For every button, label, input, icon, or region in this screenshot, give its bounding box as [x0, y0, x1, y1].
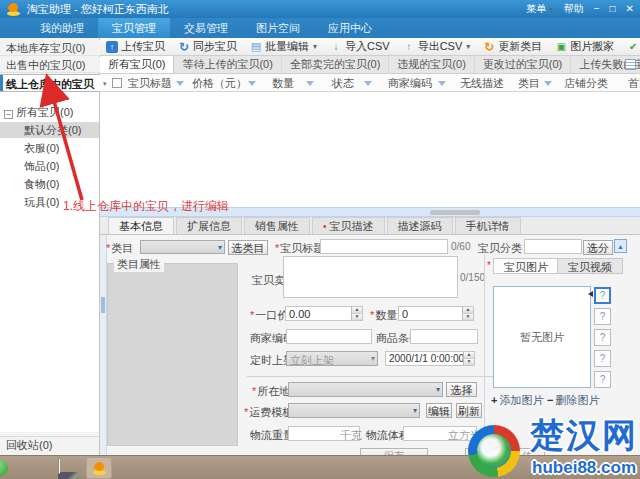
- filter-funnel-icon[interactable]: [306, 81, 314, 86]
- column-category[interactable]: 类目: [518, 74, 540, 92]
- image-thumb-slot[interactable]: ?: [594, 308, 611, 325]
- column-status[interactable]: 状态: [332, 74, 354, 92]
- tab-item-video[interactable]: 宝贝视频: [557, 258, 623, 274]
- column-quantity[interactable]: 数量: [272, 74, 294, 92]
- pick-shop-category-button[interactable]: 选分类: [583, 240, 613, 255]
- image-preview[interactable]: 暂无图片: [493, 286, 591, 388]
- filter-tab-violation[interactable]: 违规的宝贝(0): [389, 56, 474, 73]
- select-caret-icon[interactable]: ▾: [103, 80, 107, 88]
- menu-button[interactable]: 菜单 ▾: [526, 1, 554, 18]
- chevron-down-icon: ▾: [218, 243, 222, 252]
- tab-item-images[interactable]: 宝贝图片: [493, 258, 559, 274]
- nav-tab-item-management[interactable]: 宝贝管理: [98, 18, 170, 38]
- quantity-stepper[interactable]: 0 ▲▼: [398, 306, 474, 321]
- maximize-button[interactable]: □: [610, 1, 616, 17]
- column-wireless-desc[interactable]: 无线描述: [460, 74, 504, 92]
- minimize-button[interactable]: −: [594, 1, 600, 17]
- category-tree: −所有宝贝(0) 默认分类(0) 衣服(0) 饰品(0) 食物(0) 玩具(0): [0, 92, 99, 432]
- splitter-handle-icon[interactable]: [430, 210, 480, 215]
- tree-item-default-category[interactable]: 默认分类(0): [0, 122, 99, 138]
- upload-item-button[interactable]: ↑上传宝贝: [106, 39, 165, 54]
- column-shop-category[interactable]: 店铺分类: [564, 74, 608, 92]
- messenger-icon[interactable]: [0, 460, 8, 476]
- filter-funnel-icon[interactable]: [544, 81, 552, 86]
- tree-item-accessories[interactable]: 饰品(0): [0, 158, 99, 174]
- shipping-template-dropdown[interactable]: ▾: [288, 403, 420, 418]
- category-dropdown[interactable]: ▾: [140, 240, 225, 254]
- item-list[interactable]: [100, 92, 640, 207]
- update-category-button[interactable]: ↻更新类目: [483, 39, 542, 54]
- nav-tab-image-space[interactable]: 图片空间: [242, 18, 314, 38]
- refresh-shipping-button[interactable]: 刷新: [456, 403, 482, 418]
- collapse-icon[interactable]: −: [4, 110, 13, 119]
- schedule-time-stepper[interactable]: 2000/1/1 0:00:00 ▲▼: [385, 351, 475, 366]
- item-title-input[interactable]: [320, 239, 448, 254]
- tab-item-description[interactable]: •宝贝描述: [312, 217, 385, 234]
- filter-tab-waiting-upload[interactable]: 等待上传的宝贝(0): [174, 56, 281, 73]
- tab-sales-attributes[interactable]: 销售属性: [244, 217, 310, 234]
- tab-description-source[interactable]: 描述源码: [387, 217, 453, 234]
- taobao-assistant-taskbar-icon[interactable]: [86, 457, 112, 479]
- filter-funnel-icon[interactable]: [248, 81, 256, 86]
- image-thumb-slot[interactable]: ?: [594, 350, 611, 367]
- batch-edit-button[interactable]: ▤批量编辑▾: [250, 39, 317, 54]
- left-scroll-strip[interactable]: [100, 235, 107, 455]
- column-title[interactable]: 宝贝标题: [128, 74, 172, 92]
- export-csv-button[interactable]: ↑导出CSV▾: [403, 39, 471, 54]
- column-seller-code[interactable]: 商家编码: [388, 74, 432, 92]
- pick-location-button[interactable]: 选择: [446, 382, 477, 397]
- column-main-image[interactable]: 首图: [628, 74, 640, 92]
- filter-tab-modified[interactable]: 更改过的宝贝(0): [475, 56, 571, 73]
- image-thumb-slot[interactable]: ?: [594, 329, 611, 346]
- price-stepper[interactable]: 0.00 ▲▼: [285, 306, 363, 321]
- shop-category-input[interactable]: [524, 239, 582, 254]
- pick-category-button[interactable]: 选类目: [228, 240, 268, 255]
- sidebar-item-recycle-bin[interactable]: 回收站(0): [0, 436, 99, 452]
- tab-mobile-detail[interactable]: 手机详情: [455, 217, 521, 234]
- remove-image-link[interactable]: −删除图片: [547, 393, 599, 408]
- spin-down-icon[interactable]: ▼: [351, 314, 362, 320]
- schedule-dropdown[interactable]: 立刻上架 ▾: [286, 351, 378, 366]
- chevron-down-icon: ▾: [313, 42, 317, 51]
- spin-down-icon[interactable]: ▼: [463, 359, 474, 365]
- category-attributes-group: 类目属性: [107, 263, 238, 446]
- image-thumb-slot[interactable]: ?: [594, 287, 611, 304]
- column-price[interactable]: 价格（元）: [192, 74, 247, 92]
- filter-tab-sold-out[interactable]: 全部卖完的宝贝(0): [282, 56, 389, 73]
- location-dropdown[interactable]: ▾: [288, 382, 443, 397]
- violation-check-button[interactable]: ✔违规验证: [627, 39, 640, 54]
- firefox-icon[interactable]: [24, 459, 44, 477]
- nav-tab-trade-management[interactable]: 交易管理: [170, 18, 242, 38]
- nav-tab-app-center[interactable]: 应用中心: [314, 18, 386, 38]
- spin-down-icon[interactable]: ▼: [462, 314, 473, 320]
- filter-funnel-icon[interactable]: [364, 81, 372, 86]
- sell-point-textarea[interactable]: [283, 256, 458, 298]
- list-settings-icon[interactable]: [625, 59, 636, 70]
- import-csv-button[interactable]: ↓导入CSV: [330, 39, 390, 54]
- tab-extended-info[interactable]: 扩展信息: [176, 217, 242, 234]
- image-move-button[interactable]: ▣图片搬家: [555, 39, 614, 54]
- nav-tab-my-assistant[interactable]: 我的助理: [26, 18, 98, 38]
- close-button[interactable]: ✕: [626, 1, 634, 17]
- filter-tab-all[interactable]: 所有宝贝(0): [100, 56, 174, 73]
- sync-item-button[interactable]: ↻同步宝贝: [178, 39, 237, 54]
- add-image-link[interactable]: +添加图片: [491, 393, 543, 408]
- edit-shipping-button[interactable]: 编辑: [426, 403, 452, 418]
- scroll-up-icon[interactable]: ▲: [614, 239, 627, 253]
- filter-funnel-icon[interactable]: [438, 81, 446, 86]
- sidebar-item-online-warehouse[interactable]: 线上仓库中的宝贝(0): [0, 74, 100, 92]
- filter-funnel-icon[interactable]: [176, 81, 184, 86]
- tree-item-food[interactable]: 食物(0): [0, 176, 99, 192]
- image-viewer-icon[interactable]: [58, 460, 78, 478]
- select-all-checkbox[interactable]: [112, 78, 122, 88]
- tree-root-all-items[interactable]: −所有宝贝(0): [0, 104, 99, 120]
- seller-code-input[interactable]: [286, 329, 372, 344]
- image-thumb-slot[interactable]: ?: [594, 371, 611, 388]
- required-dot-icon: •: [323, 221, 327, 232]
- tree-item-clothes[interactable]: 衣服(0): [0, 140, 99, 156]
- tab-basic-info[interactable]: 基本信息: [108, 217, 174, 234]
- sidebar-item-selling-items[interactable]: 出售中的宝贝(0): [0, 57, 100, 73]
- barcode-input[interactable]: [410, 329, 478, 344]
- sidebar-item-local-items[interactable]: 本地库存宝贝(0): [0, 40, 100, 56]
- help-button[interactable]: 帮助: [564, 1, 584, 17]
